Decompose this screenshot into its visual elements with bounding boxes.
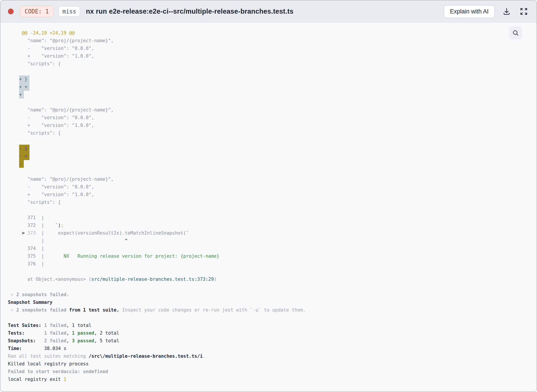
terminal-line: 371 | (8, 214, 537, 222)
terminal-line: "scripts": { (8, 199, 537, 206)
terminal-line: local registry exit 1 (8, 376, 537, 383)
terminal-line: "scripts": { (8, 60, 537, 68)
terminal-line: - (8, 160, 537, 168)
terminal-line: - + (8, 152, 537, 160)
terminal-line: 375 | NX Running release version for pro… (8, 252, 537, 260)
terminal-line: > 373 | expect(versionResult2x).toMatchI… (8, 229, 537, 237)
download-icon (503, 8, 511, 15)
terminal-line: 376 | (8, 260, 537, 268)
terminal-line: 374 | (8, 245, 537, 252)
terminal-line (8, 137, 537, 145)
terminal-line: + "version": "1.0.0", (8, 52, 537, 60)
terminal-line: "scripts": { (8, 129, 537, 137)
terminal-line: "name": "@proj/{project-name}", (8, 175, 537, 183)
terminal-line: + "version": "1.0.0", (8, 191, 537, 199)
terminal-line: Failed to start verdaccio: undefined (8, 368, 537, 376)
log-viewer-window: CODE: 1 miss nx run e2e-release:e2e-ci--… (0, 0, 537, 392)
terminal-line (8, 98, 537, 106)
search-button[interactable] (509, 27, 522, 39)
terminal-line: Time: 38.034 s (8, 345, 537, 352)
search-icon (512, 29, 519, 37)
terminal-line: | ^ (8, 237, 537, 245)
terminal-line: Killed local registry process (8, 360, 537, 368)
terminal-line (8, 283, 537, 291)
terminal-line: + "version": "1.0.0", (8, 121, 537, 129)
terminal-line (8, 206, 537, 214)
terminal-line: at Object.<anonymous> (src/multiple-rele… (8, 275, 537, 283)
terminal-line: Ran all test suites matching /src\/multi… (8, 352, 537, 360)
download-button[interactable] (501, 6, 512, 17)
terminal-line: 372 | `); (8, 222, 537, 229)
terminal-line: + (8, 91, 537, 98)
terminal-line: Snapshots: 2 failed, 3 passed, 5 total (8, 337, 537, 345)
terminal-line: + } (8, 75, 537, 83)
expand-icon (520, 8, 528, 15)
terminal-line (8, 68, 537, 75)
task-title: nx run e2e-release:e2e-ci--src/multiple-… (86, 8, 439, 15)
terminal-line: › 2 snapshots failed from 1 test suite. … (8, 306, 537, 314)
terminal-line (8, 168, 537, 175)
terminal-line: - "version": "0.0.0", (8, 114, 537, 121)
terminal-line: Snapshot Summary (8, 299, 537, 306)
explain-with-ai-button[interactable]: Explain with AI (444, 5, 495, 18)
terminal-line: › 2 snapshots failed. (8, 291, 537, 299)
terminal-line: - "version": "0.0.0", (8, 183, 537, 191)
terminal-line: @@ -24,19 +24,19 @@ (8, 29, 537, 37)
terminal-log-panel: @@ -24,19 +24,19 @@ "name": "@proj/{proj… (0, 23, 537, 392)
terminal-line (8, 314, 537, 322)
terminal-line: "name": "@proj/{project-name}", (8, 106, 537, 114)
cache-status-badge: miss (58, 6, 80, 17)
fullscreen-button[interactable] (518, 6, 529, 17)
terminal-line: - "version": "0.0.0", (8, 45, 537, 52)
terminal-line: + + (8, 83, 537, 91)
terminal-output: @@ -24,19 +24,19 @@ "name": "@proj/{proj… (8, 29, 537, 383)
header-controls: Explain with AI (444, 5, 529, 18)
exit-code-badge: CODE: 1 (20, 6, 54, 17)
terminal-line: Test Suites: 1 failed, 1 total (8, 322, 537, 329)
terminal-line: Tests: 1 failed, 1 passed, 2 total (8, 329, 537, 337)
header-bar: CODE: 1 miss nx run e2e-release:e2e-ci--… (0, 0, 537, 23)
status-dot (8, 9, 14, 14)
terminal-line (8, 268, 537, 275)
terminal-line: - } (8, 145, 537, 152)
terminal-line: "name": "@proj/{project-name}", (8, 37, 537, 45)
